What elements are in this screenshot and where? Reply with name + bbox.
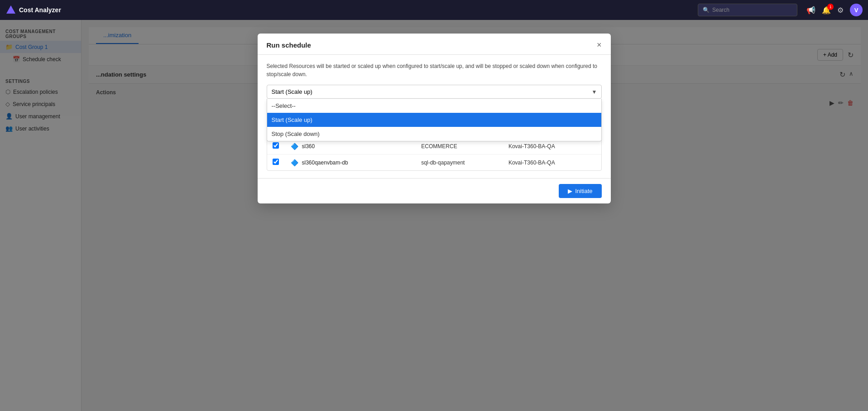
row-2-name: sl360: [302, 143, 315, 150]
play-icon: ▶: [568, 188, 572, 194]
svg-marker-0: [6, 5, 15, 14]
dropdown-list-option-select[interactable]: --Select--: [267, 99, 601, 113]
initiate-label: Initiate: [575, 188, 592, 194]
notifications-icon[interactable]: 🔔 1: [822, 6, 831, 15]
announcements-icon[interactable]: 📢: [806, 6, 815, 15]
action-dropdown-wrap: --Select-- Start (Scale up) Stop (Scale …: [267, 85, 602, 99]
search-input[interactable]: [712, 7, 792, 13]
initiate-button[interactable]: ▶ Initiate: [559, 184, 601, 198]
row-2-rg: ECOMMERCE: [421, 143, 508, 150]
notification-badge: 1: [827, 4, 834, 10]
table-row: 🔷 sl360qaenvbam-db sql-db-qapayment Kova…: [267, 155, 601, 170]
modal-close-button[interactable]: ×: [597, 41, 602, 49]
app-logo[interactable]: Cost Analyzer: [5, 5, 61, 15]
app-name: Cost Analyzer: [19, 6, 61, 14]
run-schedule-modal: Run schedule × Selected Resources will b…: [258, 34, 611, 203]
modal-body: Selected Resources will be started or sc…: [258, 55, 611, 178]
dropdown-list: --Select-- Start (Scale up) Stop (Scale …: [267, 99, 602, 141]
avatar[interactable]: V: [850, 4, 863, 16]
dropdown-list-option-stop[interactable]: Stop (Scale down): [267, 127, 601, 141]
modal-overlay: Run schedule × Selected Resources will b…: [0, 20, 868, 411]
row-2-checkbox[interactable]: [273, 142, 279, 149]
row-3-rg: sql-db-qapayment: [421, 160, 508, 166]
topnav: Cost Analyzer 🔍 📢 🔔 1 ⚙ V: [0, 0, 868, 20]
modal-description: Selected Resources will be started or sc…: [267, 62, 602, 78]
search-icon: 🔍: [703, 7, 710, 13]
row-2-sub: Kovai-T360-BA-QA: [508, 143, 596, 150]
search-box[interactable]: 🔍: [698, 4, 797, 16]
row-3-checkbox[interactable]: [273, 159, 279, 165]
modal-header: Run schedule ×: [258, 34, 611, 55]
row-2-resource-icon: 🔷: [291, 143, 298, 150]
dropdown-list-option-start[interactable]: Start (Scale up): [267, 113, 601, 127]
row-3-sub: Kovai-T360-BA-QA: [508, 160, 596, 166]
settings-icon[interactable]: ⚙: [837, 6, 844, 15]
modal-footer: ▶ Initiate: [258, 178, 611, 203]
modal-title: Run schedule: [267, 41, 311, 49]
action-dropdown[interactable]: --Select-- Start (Scale up) Stop (Scale …: [267, 85, 602, 99]
row-3-name: sl360qaenvbam-db: [302, 160, 348, 166]
row-3-resource-icon: 🔷: [291, 159, 298, 166]
